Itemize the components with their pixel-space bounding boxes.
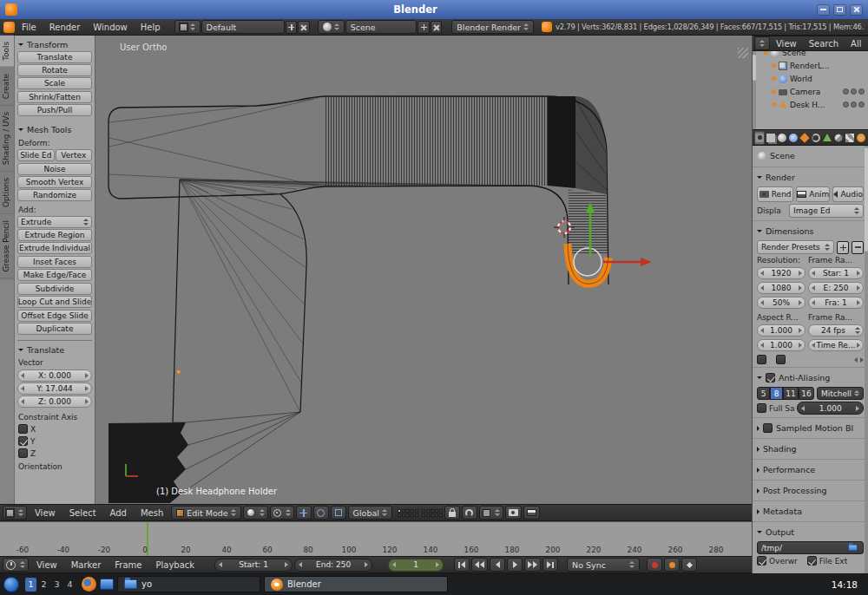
tab-render[interactable] <box>754 131 765 145</box>
tab-scene[interactable] <box>777 131 787 145</box>
manipulator-rotate-button[interactable] <box>313 506 329 520</box>
add-preset-button[interactable] <box>837 241 849 254</box>
tab-tools[interactable]: Tools <box>0 36 14 68</box>
constraint-z-checkbox[interactable]: Z <box>18 448 91 458</box>
screen-layout-icon-button[interactable] <box>174 20 201 34</box>
aspect-y-field[interactable]: 1.000 <box>757 339 806 351</box>
decrement-arrow-icon[interactable] <box>299 562 302 567</box>
edge-slide-button[interactable]: Slide Ed <box>17 149 55 161</box>
scene-select[interactable]: Scene <box>345 20 418 34</box>
render-presets-select[interactable]: Render Presets <box>757 240 834 254</box>
decrement-arrow-icon[interactable] <box>801 406 805 411</box>
smooth-vertex-button[interactable]: Smooth Vertex <box>17 176 92 188</box>
outliner-menu-view[interactable]: View <box>770 39 803 49</box>
offset-edge-slide-button[interactable]: Offset Edge Slide <box>17 310 92 322</box>
decrement-arrow-icon[interactable] <box>21 386 24 391</box>
outliner-menu-search[interactable]: Search <box>803 39 845 49</box>
resolution-x-field[interactable]: 1920 <box>757 267 806 279</box>
menu-render[interactable]: Render <box>43 23 87 32</box>
lock-to-scene-button[interactable] <box>444 506 460 520</box>
outliner-item-renderlayers[interactable]: RenderL... <box>753 59 868 72</box>
snap-toggle-button[interactable] <box>462 506 477 520</box>
increment-arrow-icon[interactable] <box>85 399 89 404</box>
extrude-individual-button[interactable]: Extrude Individual <box>17 242 92 254</box>
tab-data[interactable] <box>822 131 832 145</box>
increment-arrow-icon[interactable] <box>85 373 89 378</box>
manipulator-translate-button[interactable] <box>296 506 312 520</box>
viewport-menu-mesh[interactable]: Mesh <box>135 508 169 518</box>
push-pull-button[interactable]: Push/Pull <box>17 104 92 116</box>
opengl-render-button[interactable] <box>505 506 522 520</box>
decrement-arrow-icon[interactable] <box>760 300 764 305</box>
rotate-button[interactable]: Rotate <box>17 64 92 76</box>
close-button[interactable] <box>850 4 863 16</box>
timeline-menu-frame[interactable]: Frame <box>108 560 148 570</box>
selectability-icon[interactable] <box>851 88 857 95</box>
keying-set-button[interactable] <box>681 558 697 572</box>
translate-y-field[interactable]: Y: 17.044 <box>17 382 92 395</box>
tab-material[interactable] <box>833 131 844 145</box>
extrude-region-button[interactable]: Extrude Region <box>17 229 92 241</box>
layers-widget[interactable] <box>398 509 418 517</box>
increment-arrow-icon[interactable] <box>799 300 802 305</box>
tab-shading-uvs[interactable]: Shading / UVs <box>0 106 14 172</box>
jump-to-end-button[interactable] <box>542 558 558 572</box>
taskbar-window-blender[interactable]: Blender <box>264 576 448 592</box>
increment-arrow-icon[interactable] <box>436 562 439 567</box>
delete-layout-button[interactable] <box>298 21 309 34</box>
increment-arrow-icon[interactable] <box>856 406 859 411</box>
workspace-4[interactable]: 4 <box>64 578 76 592</box>
folder-icon[interactable] <box>848 545 858 552</box>
tab-grease-pencil[interactable]: Grease Pencil <box>0 214 14 279</box>
decrement-arrow-icon[interactable] <box>812 271 815 276</box>
increment-arrow-icon[interactable] <box>799 271 802 276</box>
viewport-resize-grip[interactable] <box>738 48 748 58</box>
viewport-menu-add[interactable]: Add <box>104 508 133 518</box>
viewport-menu-view[interactable]: View <box>29 508 62 518</box>
timeline-menu-playback[interactable]: Playback <box>149 560 201 570</box>
translate-button[interactable]: Translate <box>17 51 92 63</box>
noise-button[interactable]: Noise <box>17 163 92 175</box>
aa-samples-16-button[interactable]: 16 <box>799 387 814 400</box>
crop-checkbox[interactable] <box>776 355 786 364</box>
decrement-arrow-icon[interactable] <box>21 399 24 404</box>
timeline-menu-view[interactable]: View <box>30 560 63 570</box>
timeline-menu-marker[interactable]: Marker <box>65 560 108 570</box>
make-edge-face-button[interactable]: Make Edge/Face <box>17 269 92 281</box>
record-button[interactable] <box>647 558 662 572</box>
expand-dot-icon[interactable] <box>772 89 776 94</box>
tab-create[interactable]: Create <box>0 68 14 106</box>
post-processing-panel-header[interactable]: Post Processing <box>753 483 868 498</box>
decrement-arrow-icon[interactable] <box>760 343 764 348</box>
renderability-icon[interactable] <box>858 88 865 95</box>
operator-panel-header[interactable]: Translate <box>17 343 92 356</box>
inset-faces-button[interactable]: Inset Faces <box>17 256 92 268</box>
tab-modifiers[interactable] <box>811 131 821 145</box>
window-titlebar[interactable]: Blender <box>0 0 868 19</box>
visibility-icon[interactable] <box>843 101 849 108</box>
render-panel-header[interactable]: Render <box>753 170 868 185</box>
auto-keyframe-button[interactable] <box>664 558 680 572</box>
outliner-item-camera[interactable]: Camera <box>753 85 868 98</box>
tab-object[interactable] <box>799 131 810 145</box>
selectability-icon[interactable] <box>851 101 857 108</box>
frame-end-field[interactable]: End: 250 <box>294 559 372 572</box>
shading-panel-header[interactable]: Shading <box>753 441 868 456</box>
extrude-menu-button[interactable]: Extrude <box>17 216 92 228</box>
filter-size-field[interactable]: 1.000 <box>797 402 864 415</box>
current-frame-field[interactable]: 1 <box>388 559 444 572</box>
border-checkbox[interactable] <box>757 355 766 364</box>
full-sample-checkbox[interactable] <box>757 403 766 413</box>
mode-select[interactable]: Edit Mode <box>171 506 240 520</box>
minimize-button[interactable] <box>817 4 830 16</box>
menu-file[interactable]: File <box>16 23 43 32</box>
increment-arrow-icon[interactable] <box>799 328 802 333</box>
start-menu-button[interactable] <box>3 577 19 592</box>
menu-window[interactable]: Window <box>87 23 133 32</box>
delete-scene-button[interactable] <box>431 21 442 34</box>
frame-rate-select[interactable]: 24 fps <box>808 324 864 337</box>
decrement-arrow-icon[interactable] <box>760 285 764 291</box>
increment-arrow-icon[interactable] <box>799 343 802 348</box>
display-settings-icon[interactable] <box>100 579 114 590</box>
dimensions-panel-header[interactable]: Dimensions <box>753 224 868 239</box>
